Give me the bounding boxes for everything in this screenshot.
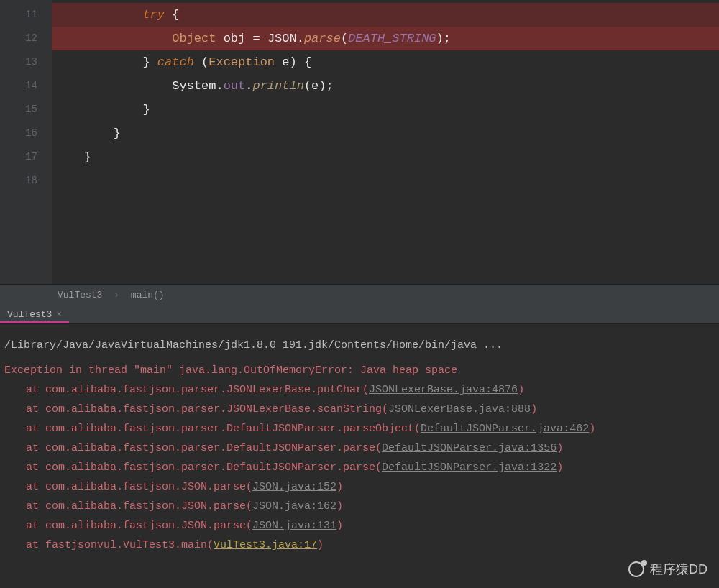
line-number[interactable]: 13: [0, 50, 37, 74]
code-line[interactable]: } catch (Exception e) {: [52, 50, 719, 74]
tab-label: VulTest3: [7, 309, 52, 320]
stacktrace-link[interactable]: VulTest3.java:17: [214, 539, 317, 551]
close-icon[interactable]: ×: [56, 310, 61, 320]
console-line: at com.alibaba.fastjson.JSON.parse(JSON.…: [4, 477, 715, 497]
console-line: at com.alibaba.fastjson.parser.JSONLexer…: [4, 380, 715, 400]
code-line[interactable]: Object obj = JSON.parse(DEATH_STRING);: [52, 27, 719, 50]
console-line: at com.alibaba.fastjson.JSON.parse(JSON.…: [4, 516, 715, 536]
code-editor[interactable]: 1112131415161718 try { Object obj = JSON…: [0, 0, 719, 284]
line-number[interactable]: 12: [0, 27, 37, 50]
console-line: /Library/Java/JavaVirtualMachines/jdk1.8…: [4, 336, 715, 355]
console-output[interactable]: /Library/Java/JavaVirtualMachines/jdk1.8…: [0, 324, 719, 588]
stacktrace-link[interactable]: JSONLexerBase.java:4876: [369, 384, 518, 396]
stacktrace-link[interactable]: DefaultJSONParser.java:462: [421, 423, 589, 435]
code-line[interactable]: [52, 169, 719, 193]
wechat-icon: [628, 561, 644, 577]
line-number[interactable]: 17: [0, 145, 37, 169]
breadcrumb-method[interactable]: main(): [131, 290, 165, 300]
stacktrace-link[interactable]: JSON.java:131: [252, 520, 336, 532]
line-number[interactable]: 16: [0, 121, 37, 145]
watermark-text: 程序猿DD: [650, 561, 707, 578]
code-line[interactable]: try {: [52, 3, 719, 27]
stacktrace-link[interactable]: JSONLexerBase.java:888: [388, 403, 531, 415]
console-line: at com.alibaba.fastjson.JSON.parse(JSON.…: [4, 497, 715, 516]
gutter: 1112131415161718: [0, 0, 52, 284]
code-line[interactable]: System.out.println(e);: [52, 74, 719, 98]
console-line: at com.alibaba.fastjson.parser.DefaultJS…: [4, 438, 715, 458]
console-line: at com.alibaba.fastjson.parser.DefaultJS…: [4, 419, 715, 438]
stacktrace-link[interactable]: JSON.java:162: [252, 500, 336, 513]
line-number[interactable]: 18: [0, 169, 37, 193]
tab-run-config[interactable]: VulTest3 ×: [0, 306, 69, 323]
code-area[interactable]: try { Object obj = JSON.parse(DEATH_STRI…: [52, 0, 719, 284]
chevron-right-icon: ›: [114, 290, 119, 300]
console-line: at com.alibaba.fastjson.parser.JSONLexer…: [4, 400, 715, 419]
line-number[interactable]: 14: [0, 74, 37, 98]
console-line: at com.alibaba.fastjson.parser.DefaultJS…: [4, 458, 715, 477]
console-line: at fastjsonvul.VulTest3.main(VulTest3.ja…: [4, 536, 715, 555]
run-panel-tabs: VulTest3 ×: [0, 306, 719, 324]
breadcrumb[interactable]: VulTest3 › main(): [0, 284, 719, 306]
code-line[interactable]: }: [52, 98, 719, 121]
code-line[interactable]: }: [52, 145, 719, 169]
breadcrumb-class[interactable]: VulTest3: [58, 290, 102, 300]
watermark: 程序猿DD: [628, 561, 707, 578]
stacktrace-link[interactable]: JSON.java:152: [252, 481, 336, 493]
line-number[interactable]: 11: [0, 3, 37, 27]
line-number[interactable]: 15: [0, 98, 37, 121]
console-line: Exception in thread "main" java.lang.Out…: [4, 361, 715, 380]
code-line[interactable]: }: [52, 121, 719, 145]
stacktrace-link[interactable]: DefaultJSONParser.java:1322: [382, 461, 557, 474]
stacktrace-link[interactable]: DefaultJSONParser.java:1356: [382, 442, 557, 454]
